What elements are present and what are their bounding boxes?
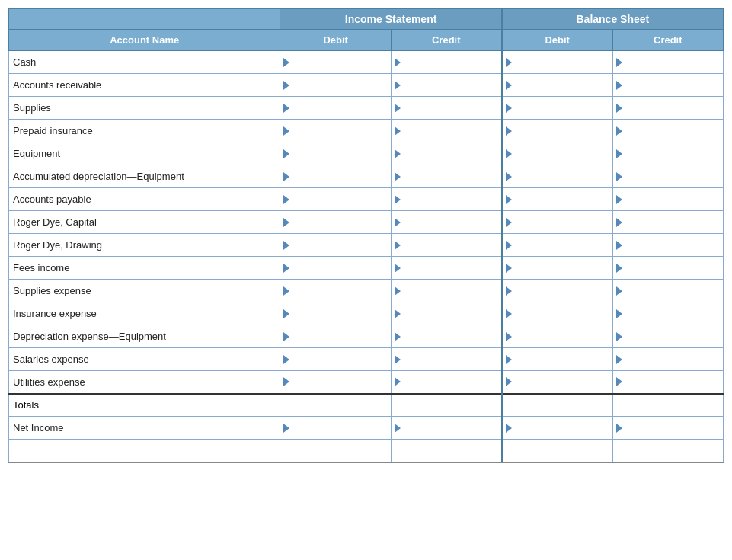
arrow-icon [616,241,622,250]
value-cell-9-3[interactable] [612,257,723,280]
value-cell-9-1[interactable] [391,257,501,280]
value-cell-7-0[interactable] [280,211,391,234]
value-cell-13-1[interactable] [391,348,501,371]
value-cell-5-2[interactable] [502,165,612,188]
value-cell-6-3[interactable] [612,188,723,211]
value-cell-14-0[interactable] [280,371,391,394]
value-cell-13-0[interactable] [280,348,391,371]
value-cell-7-2[interactable] [502,211,612,234]
value-cell-3-2[interactable] [502,120,612,142]
value-cell-10-0[interactable] [280,280,391,302]
account-name-cell: Prepaid insurance [9,120,280,142]
value-cell-16-1[interactable] [391,417,501,440]
arrow-icon [506,332,512,341]
value-cell-8-2[interactable] [502,234,612,257]
value-cell-9-2[interactable] [502,257,612,280]
value-cell-8-3[interactable] [612,234,723,257]
value-cell-2-1[interactable] [391,97,501,120]
value-cell-8-0[interactable] [280,234,391,257]
value-cell-2-2[interactable] [502,97,612,120]
value-cell-12-3[interactable] [612,325,723,348]
arrow-icon [283,104,289,113]
account-name-cell: Accounts payable [9,188,280,211]
value-cell-5-0[interactable] [280,165,391,188]
value-cell-6-2[interactable] [502,188,612,211]
value-cell-11-3[interactable] [612,302,723,325]
arrow-icon [395,264,401,273]
value-cell-5-1[interactable] [391,165,501,188]
arrow-icon [616,149,622,158]
value-cell-4-2[interactable] [502,142,612,165]
value-cell-8-1[interactable] [391,234,501,257]
arrow-icon [616,218,622,227]
value-cell-10-3[interactable] [612,280,723,302]
value-cell-10-1[interactable] [391,280,501,302]
value-cell-16-3[interactable] [612,417,723,440]
value-cell-14-2[interactable] [502,371,612,394]
income-statement-header: Income Statement [280,9,502,30]
value-cell-3-0[interactable] [280,120,391,142]
value-cell-3-3[interactable] [612,120,723,142]
value-cell-10-2[interactable] [502,280,612,302]
arrow-icon [616,424,622,433]
arrow-icon [283,195,289,204]
arrow-icon [506,195,512,204]
value-cell-9-0[interactable] [280,257,391,280]
empty-value-cell-1 [280,440,391,462]
value-cell-4-0[interactable] [280,142,391,165]
totals-account-cell: Totals [9,394,280,417]
totals-value-cell-3 [612,394,723,417]
value-cell-4-1[interactable] [391,142,501,165]
empty-value-cell-2 [391,440,501,462]
value-cell-1-1[interactable] [391,74,501,97]
value-cell-0-1[interactable] [391,51,501,74]
arrow-icon [506,241,512,250]
value-cell-0-0[interactable] [280,51,391,74]
account-name-cell: Roger Dye, Capital [9,211,280,234]
value-cell-12-2[interactable] [502,325,612,348]
value-cell-1-0[interactable] [280,74,391,97]
arrow-icon [283,264,289,273]
arrow-icon [395,104,401,113]
arrow-icon [506,149,512,158]
arrow-icon [395,377,401,386]
value-cell-12-1[interactable] [391,325,501,348]
value-cell-5-3[interactable] [612,165,723,188]
value-cell-4-3[interactable] [612,142,723,165]
value-cell-11-2[interactable] [502,302,612,325]
arrow-icon [616,309,622,318]
value-cell-13-2[interactable] [502,348,612,371]
value-cell-6-0[interactable] [280,188,391,211]
arrow-icon [283,332,289,341]
value-cell-11-0[interactable] [280,302,391,325]
value-cell-1-3[interactable] [612,74,723,97]
value-cell-7-1[interactable] [391,211,501,234]
arrow-icon [395,172,401,181]
empty-value-cell-4 [612,440,723,462]
value-cell-12-0[interactable] [280,325,391,348]
arrow-icon [616,264,622,273]
value-cell-3-1[interactable] [391,120,501,142]
value-cell-11-1[interactable] [391,302,501,325]
value-cell-0-2[interactable] [502,51,612,74]
value-cell-1-2[interactable] [502,74,612,97]
value-cell-2-0[interactable] [280,97,391,120]
value-cell-14-1[interactable] [391,371,501,394]
arrow-icon [283,286,289,296]
value-cell-13-3[interactable] [612,348,723,371]
arrow-icon [616,58,622,67]
value-cell-16-2[interactable] [502,417,612,440]
arrow-icon [616,377,622,386]
balance-sheet-header: Balance Sheet [502,9,724,30]
arrow-icon [506,81,512,90]
arrow-icon [616,81,622,90]
value-cell-2-3[interactable] [612,97,723,120]
value-cell-6-1[interactable] [391,188,501,211]
value-cell-7-3[interactable] [612,211,723,234]
value-cell-16-0[interactable] [280,417,391,440]
arrow-icon [616,355,622,364]
value-cell-14-3[interactable] [612,371,723,394]
arrow-icon [395,286,401,296]
arrow-icon [616,332,622,341]
value-cell-0-3[interactable] [612,51,723,74]
